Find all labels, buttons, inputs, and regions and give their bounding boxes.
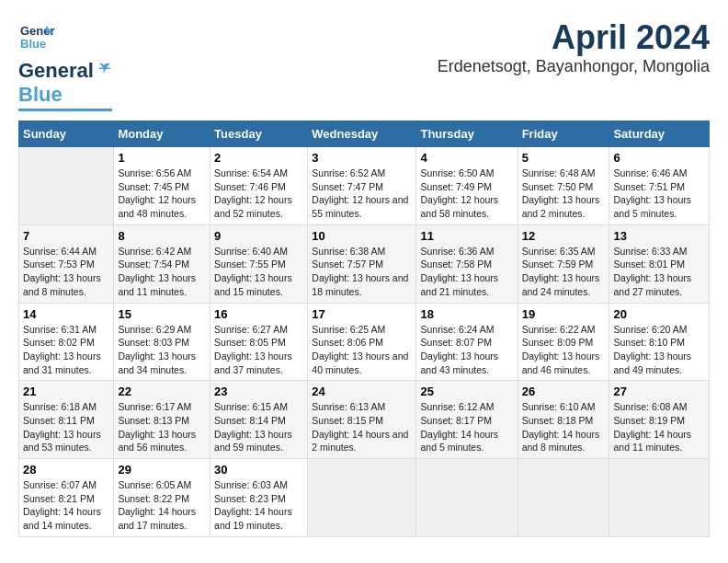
calendar-cell <box>19 147 114 225</box>
day-number: 2 <box>214 151 303 165</box>
day-number: 30 <box>214 463 303 477</box>
day-info: Sunrise: 6:27 AMSunset: 8:05 PMDaylight:… <box>214 323 303 377</box>
day-info: Sunrise: 6:46 AMSunset: 7:51 PMDaylight:… <box>613 167 705 221</box>
day-info: Sunrise: 6:50 AMSunset: 7:49 PMDaylight:… <box>420 167 513 221</box>
calendar-cell: 20Sunrise: 6:20 AMSunset: 8:10 PMDayligh… <box>609 303 710 381</box>
calendar-cell: 30Sunrise: 6:03 AMSunset: 8:23 PMDayligh… <box>210 459 308 537</box>
header-day-wednesday: Wednesday <box>308 121 416 147</box>
calendar-cell: 2Sunrise: 6:54 AMSunset: 7:46 PMDaylight… <box>210 147 308 225</box>
day-number: 4 <box>420 151 513 165</box>
calendar-cell <box>609 459 710 537</box>
day-number: 8 <box>118 229 206 243</box>
day-info: Sunrise: 6:13 AMSunset: 8:15 PMDaylight:… <box>312 400 412 454</box>
day-number: 1 <box>118 151 206 165</box>
day-info: Sunrise: 6:33 AMSunset: 8:01 PMDaylight:… <box>613 245 705 299</box>
day-info: Sunrise: 6:17 AMSunset: 8:13 PMDaylight:… <box>118 400 206 454</box>
day-number: 18 <box>420 307 513 321</box>
calendar-cell: 9Sunrise: 6:40 AMSunset: 7:55 PMDaylight… <box>210 224 308 303</box>
week-row-5: 28Sunrise: 6:07 AMSunset: 8:21 PMDayligh… <box>19 459 710 537</box>
day-number: 21 <box>23 385 109 398</box>
day-number: 15 <box>118 307 206 321</box>
calendar-cell: 13Sunrise: 6:33 AMSunset: 8:01 PMDayligh… <box>609 224 710 303</box>
day-info: Sunrise: 6:20 AMSunset: 8:10 PMDaylight:… <box>613 323 705 377</box>
calendar-cell: 18Sunrise: 6:24 AMSunset: 8:07 PMDayligh… <box>416 303 518 381</box>
calendar-cell: 4Sunrise: 6:50 AMSunset: 7:49 PMDaylight… <box>416 147 518 225</box>
day-number: 17 <box>312 307 412 321</box>
calendar-cell: 25Sunrise: 6:12 AMSunset: 8:17 PMDayligh… <box>416 381 518 459</box>
calendar-cell <box>308 459 416 537</box>
day-info: Sunrise: 6:18 AMSunset: 8:11 PMDaylight:… <box>23 400 109 454</box>
day-number: 29 <box>118 463 206 477</box>
calendar-cell: 19Sunrise: 6:22 AMSunset: 8:09 PMDayligh… <box>518 303 609 381</box>
day-info: Sunrise: 6:25 AMSunset: 8:06 PMDaylight:… <box>312 323 412 377</box>
title-area: April 2024 Erdenetsogt, Bayanhongor, Mon… <box>438 18 710 76</box>
day-number: 27 <box>613 385 705 398</box>
day-number: 26 <box>522 385 606 398</box>
day-number: 25 <box>420 385 513 398</box>
calendar-cell: 26Sunrise: 6:10 AMSunset: 8:18 PMDayligh… <box>518 381 609 459</box>
logo-icon: General Blue <box>18 18 55 55</box>
day-number: 13 <box>613 229 705 243</box>
logo-bird-icon <box>96 61 112 77</box>
day-number: 22 <box>118 385 206 398</box>
day-number: 19 <box>522 307 606 321</box>
logo-blue: Blue <box>18 83 63 107</box>
day-info: Sunrise: 6:12 AMSunset: 8:17 PMDaylight:… <box>420 400 513 454</box>
day-info: Sunrise: 6:29 AMSunset: 8:03 PMDaylight:… <box>118 323 206 377</box>
day-info: Sunrise: 6:35 AMSunset: 7:59 PMDaylight:… <box>522 245 606 299</box>
week-row-3: 14Sunrise: 6:31 AMSunset: 8:02 PMDayligh… <box>19 303 710 381</box>
calendar-cell: 8Sunrise: 6:42 AMSunset: 7:54 PMDaylight… <box>114 224 210 303</box>
calendar-cell: 29Sunrise: 6:05 AMSunset: 8:22 PMDayligh… <box>114 459 210 537</box>
calendar-cell: 28Sunrise: 6:07 AMSunset: 8:21 PMDayligh… <box>19 459 114 537</box>
day-number: 20 <box>613 307 705 321</box>
calendar-cell <box>416 459 518 537</box>
calendar-cell: 11Sunrise: 6:36 AMSunset: 7:58 PMDayligh… <box>416 224 518 303</box>
page-title: April 2024 <box>438 18 710 57</box>
day-info: Sunrise: 6:03 AMSunset: 8:23 PMDaylight:… <box>214 478 303 533</box>
day-number: 23 <box>214 385 303 398</box>
day-number: 16 <box>214 307 303 321</box>
page-subtitle: Erdenetsogt, Bayanhongor, Mongolia <box>438 57 710 76</box>
day-info: Sunrise: 6:10 AMSunset: 8:18 PMDaylight:… <box>522 400 606 454</box>
header-day-thursday: Thursday <box>416 121 518 147</box>
day-info: Sunrise: 6:22 AMSunset: 8:09 PMDaylight:… <box>522 323 606 377</box>
week-row-4: 21Sunrise: 6:18 AMSunset: 8:11 PMDayligh… <box>19 381 710 459</box>
calendar-cell: 23Sunrise: 6:15 AMSunset: 8:14 PMDayligh… <box>210 381 308 459</box>
day-info: Sunrise: 6:48 AMSunset: 7:50 PMDaylight:… <box>522 167 606 221</box>
calendar-cell: 21Sunrise: 6:18 AMSunset: 8:11 PMDayligh… <box>19 381 114 459</box>
calendar-cell: 5Sunrise: 6:48 AMSunset: 7:50 PMDaylight… <box>518 147 609 225</box>
header-day-tuesday: Tuesday <box>210 121 308 147</box>
day-number: 11 <box>420 229 513 243</box>
day-number: 7 <box>23 229 109 243</box>
day-info: Sunrise: 6:05 AMSunset: 8:22 PMDaylight:… <box>118 478 206 533</box>
header-day-monday: Monday <box>114 121 210 147</box>
day-info: Sunrise: 6:42 AMSunset: 7:54 PMDaylight:… <box>118 245 206 299</box>
day-info: Sunrise: 6:44 AMSunset: 7:53 PMDaylight:… <box>23 245 109 299</box>
day-info: Sunrise: 6:52 AMSunset: 7:47 PMDaylight:… <box>312 167 412 221</box>
day-info: Sunrise: 6:08 AMSunset: 8:19 PMDaylight:… <box>613 400 705 454</box>
calendar-cell: 15Sunrise: 6:29 AMSunset: 8:03 PMDayligh… <box>114 303 210 381</box>
day-info: Sunrise: 6:07 AMSunset: 8:21 PMDaylight:… <box>23 478 109 533</box>
day-number: 3 <box>312 151 412 165</box>
calendar-table: SundayMondayTuesdayWednesdayThursdayFrid… <box>18 121 710 537</box>
day-info: Sunrise: 6:36 AMSunset: 7:58 PMDaylight:… <box>420 245 513 299</box>
day-info: Sunrise: 6:38 AMSunset: 7:57 PMDaylight:… <box>312 245 412 299</box>
calendar-cell: 1Sunrise: 6:56 AMSunset: 7:45 PMDaylight… <box>114 147 210 225</box>
day-number: 14 <box>23 307 109 321</box>
day-number: 10 <box>312 229 412 243</box>
calendar-cell <box>518 459 609 537</box>
day-info: Sunrise: 6:31 AMSunset: 8:02 PMDaylight:… <box>23 323 109 377</box>
header-day-saturday: Saturday <box>609 121 710 147</box>
calendar-cell: 27Sunrise: 6:08 AMSunset: 8:19 PMDayligh… <box>609 381 710 459</box>
svg-text:Blue: Blue <box>20 37 46 51</box>
week-row-2: 7Sunrise: 6:44 AMSunset: 7:53 PMDaylight… <box>19 224 710 303</box>
calendar-cell: 22Sunrise: 6:17 AMSunset: 8:13 PMDayligh… <box>114 381 210 459</box>
day-number: 12 <box>522 229 606 243</box>
header-day-sunday: Sunday <box>19 121 114 147</box>
calendar-cell: 14Sunrise: 6:31 AMSunset: 8:02 PMDayligh… <box>19 303 114 381</box>
day-info: Sunrise: 6:15 AMSunset: 8:14 PMDaylight:… <box>214 400 303 454</box>
day-info: Sunrise: 6:24 AMSunset: 8:07 PMDaylight:… <box>420 323 513 377</box>
calendar-cell: 17Sunrise: 6:25 AMSunset: 8:06 PMDayligh… <box>308 303 416 381</box>
day-number: 6 <box>613 151 705 165</box>
day-info: Sunrise: 6:56 AMSunset: 7:45 PMDaylight:… <box>118 167 206 221</box>
